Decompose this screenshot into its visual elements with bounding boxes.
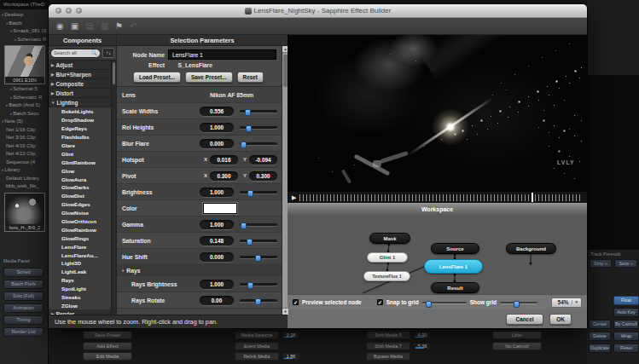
media-panel-button-render-list[interactable]: Render List [3,327,44,337]
save-preset-button[interactable]: Save Preset... [185,72,233,83]
param-value-field[interactable]: 0.000 [200,252,234,262]
bottom-button-save-preset[interactable]: Save Preset [83,331,132,339]
component-item-gloworthicon[interactable]: GlowOrthicon [49,217,111,226]
right-button-delete[interactable]: Delete [589,332,611,341]
component-group-render[interactable]: ▶Render [49,309,111,315]
project-tree-item-bbb-web-file[interactable]: bbb_web_file_ [2,182,48,191]
project-tree-item-sequence-4[interactable]: Sequence (4 [2,159,48,167]
component-item-glowaura[interactable]: GlowAura [49,175,111,183]
search-input[interactable] [54,50,90,55]
preview-viewport[interactable]: LVLY [288,35,587,192]
right-button-auto-key[interactable]: Auto Key [613,308,639,317]
preview-selected-checkbox[interactable]: ✓ [293,299,299,305]
project-tree-item-default-library[interactable]: Default Library [2,175,48,183]
component-item-spotlight[interactable]: SpotLight [49,285,111,293]
project-tree-item-schematic-r[interactable]: ▸Schematic R [2,36,48,44]
component-item-glint[interactable]: Glint [49,149,111,158]
media-panel-button-solo-full[interactable]: Solo (Full) [3,292,44,301]
project-tree-item-net-4-13-clip[interactable]: Net 4/13 Clip [2,150,48,159]
node-source[interactable]: Source [431,243,479,254]
bottom-button-no-catmull[interactable]: No Catmull [492,342,542,350]
media-panel-button-timing[interactable]: Timing [3,315,44,325]
color-swatch[interactable] [203,203,237,214]
bottom-button-shift-media-5[interactable]: Shift Media 5 [366,331,410,339]
project-tree-item-batch-and-5[interactable]: ▸Batch (And 5) [2,101,48,110]
project-tree-item-schematic-r[interactable]: ▸Schematic R [2,94,48,102]
component-item-dropshadow[interactable]: DropShadow [49,116,111,124]
bottom-button-relink-media[interactable]: Relink Media [235,352,279,361]
param-x-value[interactable]: 0.016 [210,155,238,165]
param-value-field[interactable]: 1.000 [200,188,234,197]
flag-icon[interactable]: ⚑ [115,22,123,31]
node-glint[interactable]: Glint 1 [367,252,408,263]
parameters-scrollbar[interactable]: ▲ ▼ [282,46,288,315]
component-group-composite[interactable]: ▶Composite [49,79,111,89]
media-panel-button-batch-prefs[interactable]: Batch Prefs [3,280,44,289]
media-panel-button-animation[interactable]: Animation [3,303,44,313]
window-titlebar[interactable]: LensFlare_NightSky - Sapphire Effect Bui… [49,4,587,18]
bottom-button-liber[interactable]: Liber [492,331,542,339]
param-y-value[interactable]: 0.300 [249,171,277,181]
window-zoom-button[interactable] [76,8,82,14]
reset-button[interactable]: Reset [237,72,264,83]
component-group-lighting[interactable]: ▼Lighting [49,98,111,107]
component-item-glowdarks[interactable]: GlowDarks [49,183,111,192]
record-icon[interactable]: ◉ [56,22,64,31]
component-item-edgerays[interactable]: EdgeRays [49,124,111,133]
project-tree-item-smack-081-s[interactable]: ▾Smack_081 (S [2,27,48,36]
bottom-value[interactable]: 1.86 [282,352,300,361]
component-item-lensflare[interactable]: LensFlare [49,242,111,251]
component-item-glowdist[interactable]: GlowDist [49,192,111,200]
project-tree-item-net-3-16-clip[interactable]: Net 3/16 Clip [2,134,48,142]
node-mask[interactable]: Mask [369,233,410,244]
cancel-button[interactable]: Cancel [506,314,543,325]
node-graph[interactable]: Mask Glint 1 TextureFlux 1 Source LensFl… [288,214,587,294]
grid-size-slider[interactable] [422,298,467,306]
twirl-open-icon[interactable]: ▾ [122,269,124,273]
timeline-ticks[interactable] [299,194,583,201]
param-y-value[interactable]: -0.094 [249,155,277,165]
component-item-streaks[interactable]: Streaks [49,293,111,302]
ok-button[interactable]: OK [549,314,572,325]
bottom-button-media-swatche[interactable]: Media Swatche [235,331,279,339]
component-group-distort[interactable]: ▶Distort [49,89,111,98]
open-icon[interactable]: ▣ [71,22,78,31]
bottom-button-edit-media[interactable]: Edit Media [83,352,132,361]
component-item-glintrainbow[interactable]: GlintRainbow [49,158,111,166]
param-value-field[interactable]: 0.00 [200,296,234,305]
save-all-icon[interactable]: ▥ [101,22,108,31]
project-tree-item-nets-5[interactable]: ▾Nets (5) [2,118,48,126]
param-value-field[interactable]: 1.000 [200,220,234,229]
param-slider[interactable] [240,253,277,261]
param-value-field[interactable]: 0.000 [200,139,234,148]
component-search[interactable]: 🔍 [50,49,101,58]
component-item-glownoise[interactable]: GlowNoise [49,209,111,217]
component-item-light3d[interactable]: Light3D [49,259,111,268]
bottom-value[interactable]: 0.38 [282,331,300,339]
param-value-field[interactable]: 1.000 [200,123,234,132]
param-slider[interactable] [240,107,277,115]
param-value-field[interactable]: 0.556 [200,107,234,116]
sort-button[interactable]: ↑↓ [102,48,114,58]
zoom-level-dropdown[interactable]: 54% ▼ [551,298,582,308]
param-slider[interactable] [240,188,277,196]
bottom-button-add-effect[interactable]: Add Effect [83,342,132,350]
right-button-center[interactable]: Center [589,320,611,329]
project-tree-item-desktop[interactable]: ▾Desktop [2,11,48,20]
project-tree-item-schemat-5[interactable]: ▸Schemat 5 [2,85,48,94]
component-item-glow[interactable]: Glow [49,166,111,175]
param-slider[interactable] [240,280,277,288]
components-scrollbar[interactable] [111,61,116,315]
right-button-reset[interactable]: Reset [613,344,639,353]
node-lensflare[interactable]: LensFlare 1 [424,259,483,274]
param-slider[interactable] [240,237,277,245]
project-tree-item-net-4-16-clip[interactable]: Net 4/16 Clip [2,142,48,151]
param-slider[interactable] [240,140,277,147]
component-group-blur-sharpen[interactable]: ▶Blur+Sharpen [49,70,111,79]
component-item-zglow[interactable]: ZGlow [49,301,111,309]
right-button-float[interactable]: Float [613,296,639,305]
playhead[interactable] [532,193,533,202]
param-x-value[interactable]: 0.300 [210,171,238,181]
component-item-flashbulbs[interactable]: Flashbulbs [49,133,111,142]
param-slider[interactable] [240,124,277,131]
